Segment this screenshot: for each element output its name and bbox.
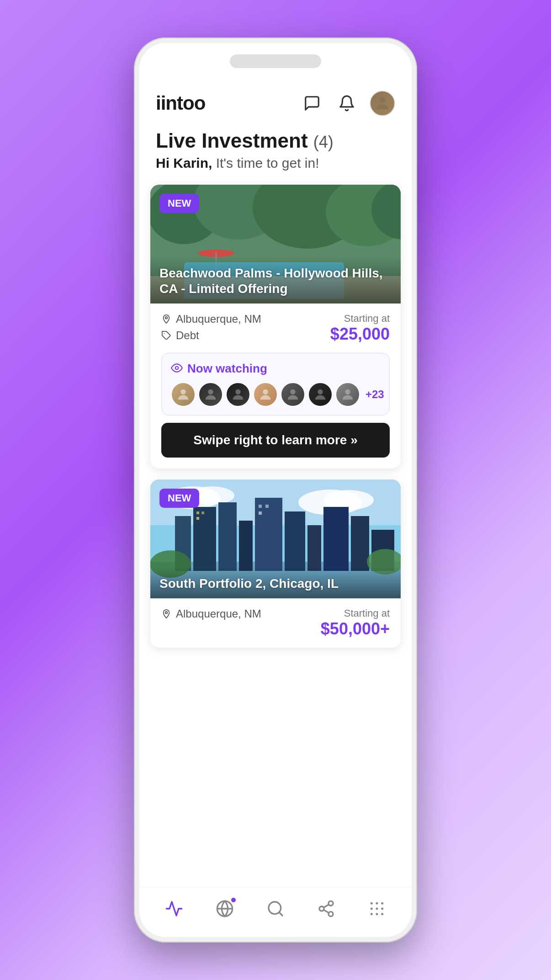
card-title-overlay-2: South Portfolio 2, Chicago, IL — [150, 567, 401, 599]
svg-point-63 — [381, 913, 384, 915]
svg-point-50 — [328, 901, 333, 905]
card-info-left-1: Albuquerque, NM Debt — [161, 313, 261, 342]
watcher-avatar-7 — [335, 382, 360, 407]
greeting-text: It's time to get in! — [212, 155, 319, 170]
svg-rect-31 — [239, 521, 253, 571]
portfolio-icon — [165, 900, 183, 918]
svg-point-62 — [376, 913, 378, 915]
svg-rect-43 — [259, 511, 262, 515]
bell-svg — [338, 95, 355, 112]
nav-activity[interactable] — [216, 900, 234, 918]
location-text-1: Albuquerque, NM — [176, 313, 261, 325]
avatar-svg — [373, 94, 392, 112]
svg-point-18 — [290, 389, 295, 394]
bell-icon[interactable] — [335, 91, 359, 115]
nav-portfolio[interactable] — [165, 900, 183, 918]
card-title-text-2: South Portfolio 2, Chicago, IL — [159, 576, 392, 591]
user-avatar[interactable] — [370, 91, 395, 116]
svg-rect-38 — [196, 511, 199, 514]
nav-network[interactable] — [317, 900, 335, 918]
svg-point-14 — [180, 389, 185, 394]
card-new-badge-2: NEW — [159, 489, 199, 508]
swipe-button[interactable]: Swipe right to learn more » — [161, 423, 390, 458]
svg-point-57 — [381, 902, 384, 904]
phone-shell: iintoo — [134, 37, 417, 943]
investment-card-1[interactable]: NEW Beachwood Palms - Hollywood Hills, C… — [150, 185, 401, 469]
watcher-avatar-4 — [253, 382, 278, 407]
svg-rect-39 — [201, 511, 204, 514]
svg-rect-36 — [351, 516, 369, 571]
card-title-text-1: Beachwood Palms - Hollywood Hills, CA - … — [159, 266, 392, 296]
location-row-1: Albuquerque, NM — [161, 313, 261, 325]
starting-at-label-1: Starting at — [330, 313, 390, 325]
header-icons — [300, 91, 395, 116]
eye-icon — [171, 362, 183, 376]
svg-point-58 — [371, 907, 373, 910]
svg-rect-33 — [285, 511, 305, 571]
svg-point-61 — [371, 913, 373, 915]
nav-search[interactable] — [266, 900, 285, 918]
location-icon-1 — [161, 314, 171, 324]
svg-point-55 — [371, 902, 373, 904]
tag-icon-1 — [161, 330, 171, 341]
page-title: Live Investment (4) — [156, 130, 395, 152]
type-row-1: Debt — [161, 329, 261, 342]
card-info-2: Albuquerque, NM Starting at $50,000+ — [150, 598, 401, 648]
now-watching-label: Now watching — [187, 362, 267, 376]
starting-at-label-2: Starting at — [321, 607, 390, 619]
status-bar — [139, 43, 412, 80]
svg-point-20 — [345, 389, 350, 394]
svg-point-13 — [175, 367, 179, 370]
svg-rect-32 — [255, 498, 282, 571]
watcher-avatar-6 — [308, 382, 333, 407]
svg-point-46 — [165, 612, 168, 614]
now-watching-header: Now watching — [171, 362, 380, 376]
svg-point-51 — [319, 906, 324, 911]
card-info-right-1: Starting at $25,000 — [330, 313, 390, 344]
svg-point-15 — [208, 389, 213, 394]
svg-rect-34 — [307, 525, 321, 571]
svg-line-49 — [279, 912, 282, 915]
watcher-avatar-1 — [171, 382, 196, 407]
app-content: iintoo — [139, 80, 412, 887]
nav-menu[interactable] — [368, 900, 386, 918]
avatars-row: +23 — [171, 382, 380, 407]
location-row-2: Albuquerque, NM — [161, 607, 261, 620]
card-new-badge-1: NEW — [159, 194, 199, 213]
logo: iintoo — [156, 92, 205, 114]
card-info-left-2: Albuquerque, NM — [161, 607, 261, 620]
greeting-name: Hi Karin, — [156, 155, 212, 170]
svg-point-56 — [376, 902, 378, 904]
svg-rect-29 — [193, 507, 216, 571]
svg-point-19 — [318, 389, 323, 394]
search-icon — [266, 900, 285, 918]
bottom-nav — [139, 887, 412, 937]
card-title-overlay-1: Beachwood Palms - Hollywood Hills, CA - … — [150, 256, 401, 304]
svg-rect-30 — [218, 502, 237, 571]
now-watching-section: Now watching — [161, 353, 390, 415]
activity-notification-dot — [230, 897, 237, 903]
phone-screen: iintoo — [139, 43, 412, 937]
svg-rect-35 — [323, 507, 349, 571]
svg-rect-41 — [259, 505, 262, 508]
svg-point-0 — [379, 97, 385, 103]
card-info-1: Albuquerque, NM Debt Starting at $25, — [150, 304, 401, 353]
location-text-2: Albuquerque, NM — [176, 607, 261, 620]
card-info-right-2: Starting at $50,000+ — [321, 607, 390, 639]
svg-line-54 — [323, 904, 328, 907]
watcher-avatar-3 — [226, 382, 250, 407]
card-image-2: NEW South Portfolio 2, Chicago, IL — [150, 479, 401, 598]
location-icon-2 — [161, 609, 171, 619]
watcher-avatar-2 — [198, 382, 223, 407]
type-text-1: Debt — [176, 329, 199, 342]
svg-rect-40 — [196, 517, 199, 520]
svg-point-11 — [165, 317, 168, 319]
starting-at-price-2: $50,000+ — [321, 619, 390, 639]
network-icon — [317, 900, 335, 918]
investment-card-2[interactable]: NEW South Portfolio 2, Chicago, IL A — [150, 479, 401, 648]
message-icon[interactable] — [300, 91, 324, 115]
svg-rect-42 — [265, 505, 269, 508]
watchers-more: +23 — [366, 388, 384, 401]
message-svg — [303, 95, 321, 112]
svg-point-52 — [328, 911, 333, 916]
